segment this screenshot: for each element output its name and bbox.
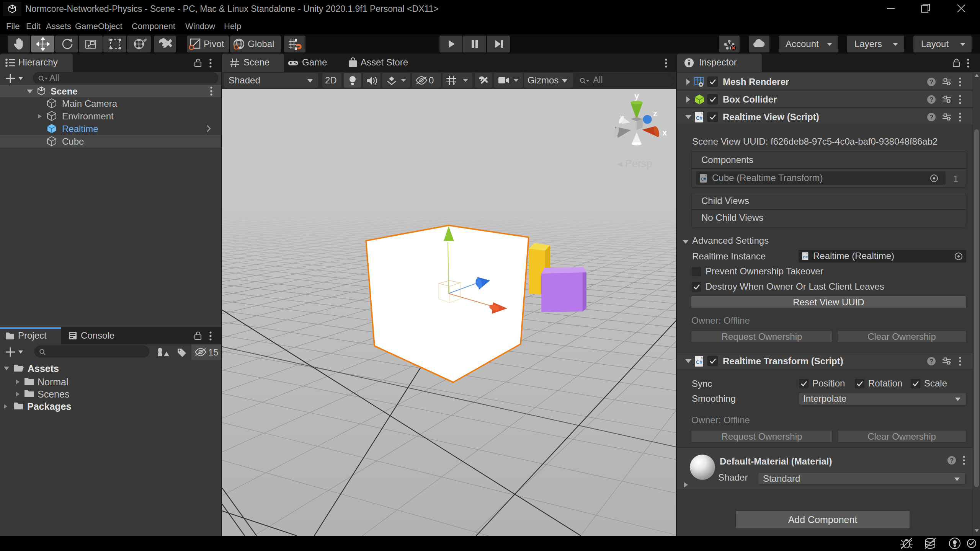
svg-text:?: ? (950, 457, 954, 464)
svg-text:?: ? (929, 358, 933, 365)
svg-text:y: y (634, 91, 639, 101)
svg-text:C#: C# (701, 177, 706, 181)
svg-text:C#: C# (696, 359, 702, 365)
svg-text:?: ? (929, 96, 933, 103)
svg-text:x: x (662, 128, 667, 137)
svg-text:C#: C# (696, 115, 702, 121)
svg-text:Y: Y (452, 81, 456, 86)
svg-text:?: ? (929, 78, 933, 86)
svg-text:z: z (653, 109, 657, 118)
svg-text:C#: C# (803, 255, 808, 259)
svg-text:?: ? (929, 114, 933, 121)
